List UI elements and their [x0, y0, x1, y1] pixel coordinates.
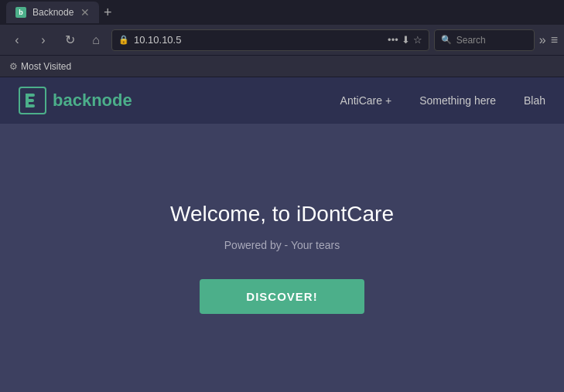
tab-favicon: b	[15, 7, 26, 18]
menu-button[interactable]: ≡	[551, 33, 558, 47]
pocket-button[interactable]: ⬇	[402, 34, 410, 46]
tab-close-button[interactable]: ✕	[80, 6, 90, 19]
discover-button[interactable]: DISCOVER!	[200, 279, 364, 314]
svg-rect-1	[26, 94, 35, 97]
address-text: 10.10.10.5	[134, 34, 383, 46]
svg-rect-2	[26, 99, 34, 102]
logo-text: backnode	[53, 90, 132, 111]
nav-link-something[interactable]: Something here	[419, 94, 496, 107]
nav-link-blah[interactable]: Blah	[524, 94, 545, 107]
title-bar: b Backnode ✕ +	[0, 0, 564, 25]
bookmarks-bar: ⚙ Most Visited	[0, 56, 564, 77]
search-bar[interactable]: 🔍 Search	[434, 29, 535, 51]
hero-title: Welcome, to iDontCare	[170, 202, 394, 227]
more-button[interactable]: •••	[388, 34, 398, 46]
logo-svg	[23, 91, 42, 110]
lock-icon: 🔒	[118, 35, 129, 45]
hero-section: Welcome, to iDontCare Powered by - Your …	[0, 124, 564, 392]
tab-area: b Backnode ✕ +	[6, 2, 558, 23]
back-button[interactable]: ‹	[6, 29, 28, 51]
website-content: backnode AntiCare + Something here Blah …	[0, 77, 564, 392]
reload-button[interactable]: ↻	[59, 29, 80, 51]
search-icon: 🔍	[441, 35, 452, 45]
navigation-bar: ‹ › ↻ ⌂ 🔒 10.10.10.5 ••• ⬇ ☆ 🔍 Search » …	[0, 25, 564, 56]
site-logo: backnode	[19, 87, 132, 114]
address-actions: ••• ⬇ ☆	[388, 34, 422, 46]
site-nav: AntiCare + Something here Blah	[340, 94, 545, 107]
address-bar[interactable]: 🔒 10.10.10.5 ••• ⬇ ☆	[111, 29, 429, 51]
tab-label: Backnode	[32, 7, 73, 18]
forward-button[interactable]: ›	[32, 29, 54, 51]
hero-subtitle: Powered by - Your tears	[224, 239, 340, 251]
new-tab-button[interactable]: +	[99, 5, 117, 21]
bookmark-label: Most Visited	[21, 61, 71, 72]
logo-icon	[19, 87, 46, 114]
overflow-button[interactable]: »	[539, 33, 546, 47]
bookmark-icon: ⚙	[9, 61, 18, 72]
search-input[interactable]: Search	[456, 35, 486, 46]
home-button[interactable]: ⌂	[85, 29, 107, 51]
svg-rect-3	[26, 104, 35, 107]
nav-link-anticare[interactable]: AntiCare +	[340, 94, 392, 107]
star-button[interactable]: ☆	[413, 34, 422, 46]
site-navbar: backnode AntiCare + Something here Blah	[0, 77, 564, 124]
browser-tab[interactable]: b Backnode ✕	[6, 2, 99, 23]
bookmark-most-visited[interactable]: ⚙ Most Visited	[9, 61, 71, 72]
